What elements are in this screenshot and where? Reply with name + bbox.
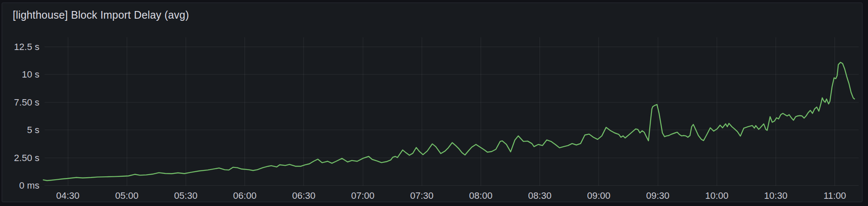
x-axis-tick-label: 08:00 bbox=[469, 190, 492, 201]
x-axis-tick-label: 08:30 bbox=[528, 190, 551, 201]
time-series-chart-canvas[interactable]: 0 ms2.50 s5 s7.50 s10 s12.5 s04:3005:000… bbox=[0, 0, 868, 206]
y-axis-tick-label: 0 ms bbox=[19, 180, 39, 191]
x-axis-tick-label: 09:30 bbox=[646, 190, 669, 201]
x-axis-tick-label: 05:00 bbox=[115, 190, 139, 201]
y-axis-tick-label: 2.50 s bbox=[14, 153, 39, 163]
x-axis-tick-label: 04:30 bbox=[56, 190, 79, 201]
y-axis-tick-label: 12.5 s bbox=[14, 42, 39, 52]
x-axis-tick-label: 09:00 bbox=[587, 190, 610, 201]
x-axis-tick-label: 06:30 bbox=[292, 190, 315, 201]
series-line[interactable] bbox=[43, 62, 854, 181]
x-axis-tick-label: 10:00 bbox=[705, 190, 729, 201]
y-axis-tick-label: 5 s bbox=[27, 125, 39, 135]
y-axis-tick-label: 7.50 s bbox=[14, 97, 39, 108]
y-axis-tick-label: 10 s bbox=[22, 69, 39, 80]
dashboard-background: [lighthouse] Block Import Delay (avg) 0 … bbox=[0, 0, 868, 206]
x-axis-tick-label: 07:30 bbox=[410, 190, 434, 201]
x-axis-tick-label: 06:00 bbox=[233, 190, 256, 201]
x-axis-tick-label: 07:00 bbox=[351, 190, 374, 201]
x-axis-tick-label: 11:00 bbox=[823, 190, 846, 201]
x-axis-tick-label: 10:30 bbox=[764, 190, 787, 201]
x-axis-tick-label: 05:30 bbox=[174, 190, 198, 201]
